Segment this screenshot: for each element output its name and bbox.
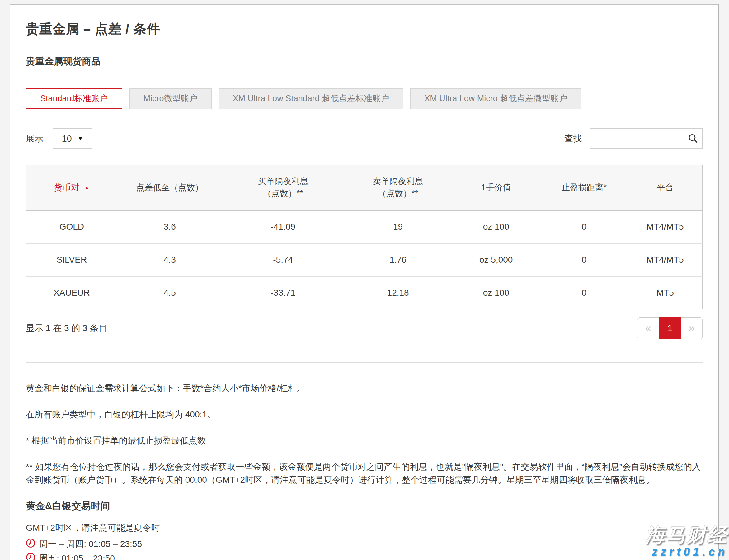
margin-formula-note: 黄金和白银的保证金需求计算公式如下：手数*合约大小*市场价格/杠杆。 (26, 382, 703, 395)
notes-section: 黄金和白银的保证金需求计算公式如下：手数*合约大小*市场价格/杠杆。 在所有账户… (26, 382, 703, 486)
tab-micro-account[interactable]: Micro微型账户 (130, 88, 212, 109)
cell-spread: 4.3 (117, 243, 222, 276)
search-label: 查找 (564, 133, 582, 145)
search-input[interactable] (590, 128, 703, 149)
double-chevron-left-icon: « (645, 322, 651, 335)
page-size-dropdown[interactable]: 10 ▼ (53, 128, 92, 149)
cell-lot-value: oz 100 (452, 210, 540, 243)
instruments-table: 货币对▲ 点差低至（点数） 买单隔夜利息 （点数）** 卖单隔夜利息 （点数）*… (26, 165, 703, 309)
cell-swap-short: 12.18 (344, 276, 452, 309)
column-header-platform[interactable]: 平台 (628, 165, 702, 210)
cell-symbol: GOLD (26, 210, 117, 243)
table-row-gold: GOLD 3.6 -41.09 19 oz 100 0 MT4/MT5 (26, 210, 703, 243)
silver-leverage-note: 在所有账户类型中，白银的杠杆上限均为 400:1。 (26, 408, 703, 421)
cell-swap-long: -5.74 (222, 243, 344, 276)
cell-spread: 3.6 (117, 210, 222, 243)
cell-limit-stop: 0 (540, 243, 628, 276)
column-header-limit-stop-level[interactable]: 止盈损距离* (540, 165, 628, 210)
cell-lot-value: oz 5,000 (452, 243, 540, 276)
sort-asc-icon: ▲ (84, 185, 90, 191)
column-header-lot-value[interactable]: 1手价值 (452, 165, 540, 210)
account-type-tabs: Standard标准账户 Micro微型账户 XM Ultra Low Stan… (26, 88, 703, 109)
content-panel: 贵重金属 – 点差 / 条件 贵重金属现货商品 Standard标准账户 Mic… (10, 4, 719, 560)
table-row-silver: SILVER 4.3 -5.74 1.76 oz 5,000 0 MT4/MT5 (26, 243, 703, 276)
stop-level-footnote: * 根据当前市价设置挂单的最低止损盈最低点数 (26, 434, 703, 447)
cell-limit-stop: 0 (540, 276, 628, 309)
column-header-swap-long[interactable]: 买单隔夜利息 （点数）** (222, 165, 344, 210)
table-row-xaueur: XAUEUR 4.5 -33.71 12.18 oz 100 0 MT5 (26, 276, 703, 309)
clock-icon (26, 553, 36, 560)
chevron-down-icon: ▼ (78, 135, 83, 142)
column-header-symbol[interactable]: 货币对▲ (26, 165, 117, 210)
pagination-page-1-button[interactable]: 1 (659, 317, 681, 339)
table-footer: 显示 1 在 3 的 3 条目 « 1 » (26, 317, 703, 339)
cell-swap-long: -33.71 (222, 276, 344, 309)
entries-summary: 显示 1 在 3 的 3 条目 (26, 322, 107, 334)
column-header-swap-short[interactable]: 卖单隔夜利息 （点数）** (344, 165, 452, 210)
tab-ultra-low-standard-account[interactable]: XM Ultra Low Standard 超低点差标准账户 (219, 88, 403, 109)
schedule-text: 周一 – 周四: 01:05 – 23:55 (39, 538, 142, 550)
cell-platform: MT4/MT5 (628, 210, 702, 243)
trading-schedule: 周一 – 周四: 01:05 – 23:55 周五: 01:05 – 23:50 (26, 537, 703, 560)
schedule-fri: 周五: 01:05 – 23:50 (26, 551, 703, 560)
timezone-note: GMT+2时区，请注意可能是夏令时 (26, 522, 703, 534)
tab-standard-account[interactable]: Standard标准账户 (26, 88, 122, 109)
table-header-row: 货币对▲ 点差低至（点数） 买单隔夜利息 （点数）** 卖单隔夜利息 （点数）*… (26, 165, 703, 210)
cell-platform: MT5 (628, 276, 702, 309)
search-icon (688, 133, 698, 145)
section-divider (26, 362, 703, 363)
cell-symbol: SILVER (26, 243, 117, 276)
trading-hours-heading: 黄金&白银交易时间 (26, 500, 703, 513)
cell-lot-value: oz 100 (452, 276, 540, 309)
double-chevron-right-icon: » (689, 322, 695, 335)
pagination-prev-button[interactable]: « (637, 317, 659, 339)
cell-spread: 4.5 (117, 276, 222, 309)
schedule-mon-thu: 周一 – 周四: 01:05 – 23:55 (26, 537, 703, 551)
table-controls: 展示 10 ▼ 查找 (26, 128, 703, 149)
cell-swap-short: 19 (344, 210, 452, 243)
cell-platform: MT4/MT5 (628, 243, 702, 276)
page-title: 贵重金属 – 点差 / 条件 (26, 20, 703, 38)
cell-swap-short: 1.76 (344, 243, 452, 276)
cell-swap-long: -41.09 (222, 210, 344, 243)
page-subtitle: 贵重金属现货商品 (26, 55, 703, 68)
show-entries-label: 展示 (26, 133, 43, 145)
schedule-text: 周五: 01:05 – 23:50 (39, 553, 115, 560)
column-header-spread[interactable]: 点差低至（点数） (117, 165, 222, 210)
pagination-next-button[interactable]: » (681, 317, 703, 339)
pagination: « 1 » (637, 317, 703, 339)
clock-icon (26, 538, 36, 550)
swap-explanation-footnote: ** 如果您有仓位持仓过夜的话，那么您会支付或者获取一些金额，该金额便是两个货币… (26, 460, 703, 486)
cell-symbol: XAUEUR (26, 276, 117, 309)
page-size-value: 10 (62, 134, 72, 144)
cell-limit-stop: 0 (540, 210, 628, 243)
tab-ultra-low-micro-account[interactable]: XM Ultra Low Micro 超低点差微型账户 (410, 88, 581, 109)
